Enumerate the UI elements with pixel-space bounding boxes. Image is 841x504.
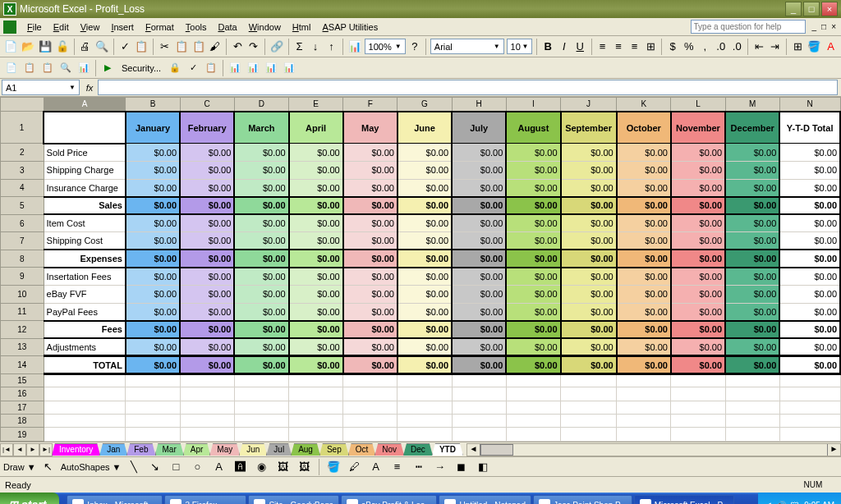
empty-cell[interactable]: [343, 373, 398, 387]
data-cell[interactable]: $0.00: [398, 179, 452, 197]
empty-cell[interactable]: [725, 373, 779, 387]
tab-prev-icon[interactable]: ◄: [13, 443, 26, 456]
worksheet-grid[interactable]: ABCDEFGHIJKLMN1JanuaryFebruaryMarchApril…: [0, 97, 841, 442]
data-cell[interactable]: $0.00: [289, 232, 343, 250]
row-label[interactable]: TOTAL: [44, 356, 126, 374]
data-cell[interactable]: $0.00: [289, 356, 343, 374]
empty-cell[interactable]: [779, 401, 840, 414]
line-icon[interactable]: ╲: [125, 458, 143, 476]
italic-button[interactable]: I: [558, 38, 572, 56]
data-cell[interactable]: $0.00: [234, 356, 288, 374]
wordart-icon[interactable]: 🅰: [232, 458, 250, 476]
data-cell[interactable]: $0.00: [343, 285, 398, 303]
col-header-L[interactable]: L: [671, 98, 725, 112]
save-icon[interactable]: 💾: [38, 38, 53, 56]
data-cell[interactable]: $0.00: [126, 144, 180, 162]
data-cell[interactable]: $0.00: [506, 144, 560, 162]
data-cell[interactable]: $0.00: [779, 179, 840, 197]
data-cell[interactable]: $0.00: [289, 303, 343, 321]
data-cell[interactable]: $0.00: [617, 321, 671, 339]
undo-icon[interactable]: ↶: [231, 38, 245, 56]
textbox-icon[interactable]: A: [210, 458, 228, 476]
empty-cell[interactable]: [126, 387, 180, 401]
inc-indent-icon[interactable]: ⇥: [769, 38, 783, 56]
maximize-button[interactable]: □: [803, 2, 820, 16]
empty-cell[interactable]: [506, 401, 560, 414]
minimize-button[interactable]: _: [785, 2, 802, 16]
col-header-B[interactable]: B: [126, 98, 180, 112]
data-cell[interactable]: $0.00: [617, 356, 671, 374]
data-cell[interactable]: $0.00: [671, 338, 725, 356]
header-cell[interactable]: August: [506, 112, 560, 144]
data-cell[interactable]: $0.00: [779, 285, 840, 303]
3d-icon[interactable]: ◧: [474, 458, 492, 476]
data-cell[interactable]: $0.00: [671, 303, 725, 321]
empty-cell[interactable]: [452, 415, 506, 428]
data-cell[interactable]: $0.00: [561, 179, 617, 197]
autoshapes-menu[interactable]: AutoShapes ▼: [61, 462, 122, 472]
row-header-12[interactable]: 12: [1, 321, 44, 339]
data-cell[interactable]: $0.00: [725, 268, 779, 286]
empty-cell[interactable]: [671, 415, 725, 428]
empty-cell[interactable]: [398, 415, 452, 428]
tab-next-icon[interactable]: ►: [26, 443, 39, 456]
align-center-icon[interactable]: ≡: [612, 38, 626, 56]
data-cell[interactable]: $0.00: [506, 232, 560, 250]
data-cell[interactable]: $0.00: [398, 214, 452, 232]
data-cell[interactable]: $0.00: [398, 197, 452, 215]
sheet-tab-jul[interactable]: Jul: [266, 443, 292, 456]
header-cell[interactable]: June: [398, 112, 452, 144]
data-cell[interactable]: $0.00: [671, 197, 725, 215]
empty-cell[interactable]: [343, 401, 398, 414]
tb2-btn[interactable]: 📄: [3, 60, 20, 76]
empty-cell[interactable]: [126, 373, 180, 387]
horizontal-scrollbar[interactable]: ◄ ►: [466, 443, 841, 456]
empty-cell[interactable]: [671, 428, 725, 442]
sheet-tab-oct[interactable]: Oct: [348, 443, 376, 456]
data-cell[interactable]: $0.00: [779, 338, 840, 356]
data-cell[interactable]: $0.00: [561, 232, 617, 250]
data-cell[interactable]: $0.00: [126, 179, 180, 197]
empty-cell[interactable]: [398, 428, 452, 442]
data-cell[interactable]: $0.00: [671, 162, 725, 180]
empty-cell[interactable]: [561, 373, 617, 387]
oval-icon[interactable]: ○: [189, 458, 207, 476]
data-cell[interactable]: $0.00: [180, 285, 234, 303]
select-all[interactable]: [1, 98, 44, 112]
menu-html[interactable]: Html: [287, 21, 317, 34]
inc-decimal-icon[interactable]: .0: [714, 38, 728, 56]
empty-cell[interactable]: [44, 373, 126, 387]
col-header-D[interactable]: D: [234, 98, 288, 112]
data-cell[interactable]: $0.00: [779, 197, 840, 215]
empty-cell[interactable]: [617, 401, 671, 414]
empty-cell[interactable]: [289, 401, 343, 414]
chart-icon[interactable]: 📊: [347, 38, 362, 56]
data-cell[interactable]: $0.00: [779, 356, 840, 374]
autosum-icon[interactable]: Σ: [292, 38, 306, 56]
menu-data[interactable]: Data: [212, 21, 242, 34]
data-cell[interactable]: $0.00: [234, 214, 288, 232]
data-cell[interactable]: $0.00: [398, 144, 452, 162]
col-header-K[interactable]: K: [617, 98, 671, 112]
row-header-2[interactable]: 2: [1, 144, 44, 162]
data-cell[interactable]: $0.00: [725, 321, 779, 339]
format-painter-icon[interactable]: 🖌: [209, 38, 223, 56]
sort-asc-icon[interactable]: ↓: [309, 38, 323, 56]
sheet-tab-nov[interactable]: Nov: [375, 443, 404, 456]
row-header-5[interactable]: 5: [1, 197, 44, 215]
header-cell[interactable]: April: [289, 112, 343, 144]
data-cell[interactable]: $0.00: [398, 321, 452, 339]
header-cell[interactable]: March: [234, 112, 288, 144]
data-cell[interactable]: $0.00: [343, 321, 398, 339]
empty-cell[interactable]: [44, 415, 126, 428]
menu-insert[interactable]: Insert: [105, 21, 140, 34]
data-cell[interactable]: $0.00: [506, 338, 560, 356]
empty-cell[interactable]: [180, 373, 234, 387]
header-cell[interactable]: May: [343, 112, 398, 144]
row-label[interactable]: Fees: [44, 321, 126, 339]
data-cell[interactable]: $0.00: [725, 285, 779, 303]
sheet-tab-may[interactable]: May: [209, 443, 240, 456]
data-cell[interactable]: $0.00: [343, 303, 398, 321]
data-cell[interactable]: $0.00: [180, 303, 234, 321]
data-cell[interactable]: $0.00: [126, 338, 180, 356]
